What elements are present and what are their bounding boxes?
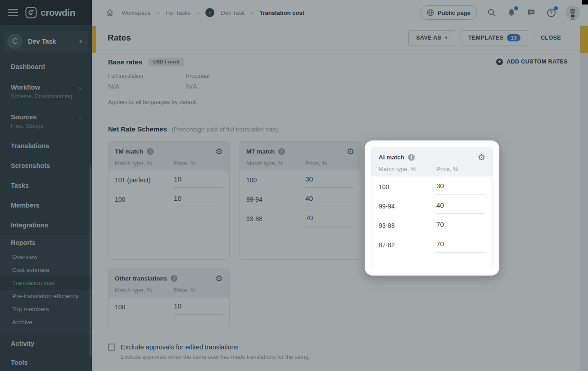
gear-icon[interactable]: ⚙	[478, 153, 485, 162]
info-icon[interactable]: i	[408, 154, 415, 161]
price-column-label: Price, %	[436, 166, 458, 172]
match-type-column-label: Match type, %	[379, 166, 436, 172]
ai-match-title: AI match	[379, 154, 404, 161]
match-type-value: 99-94	[379, 201, 436, 210]
price-input[interactable]: 70	[436, 240, 485, 253]
match-type-value: 93-88	[379, 221, 436, 229]
match-type-value: 87-82	[379, 240, 436, 249]
tour-dim-overlay	[0, 0, 588, 371]
price-input[interactable]: 40	[436, 201, 485, 214]
rate-row: 100 30	[379, 182, 485, 201]
ai-match-rows: 100 30 99-94 40 93-88 70 87-82 70	[371, 176, 493, 259]
ai-match-card-header: AI match i ⚙ Match type, % Price, %	[371, 147, 493, 176]
rate-row: 99-94 40	[379, 201, 485, 221]
cursor-artifact	[582, 0, 588, 5]
ai-match-spotlight: AI match i ⚙ Match type, % Price, % 100 …	[365, 140, 499, 276]
rate-row: 93-88 70	[379, 221, 485, 240]
match-type-value: 100	[379, 182, 436, 190]
price-input[interactable]: 30	[436, 182, 485, 195]
ai-match-card: AI match i ⚙ Match type, % Price, % 100 …	[371, 147, 493, 269]
rate-row: 87-82 70	[379, 240, 485, 259]
price-input[interactable]: 70	[436, 221, 485, 233]
